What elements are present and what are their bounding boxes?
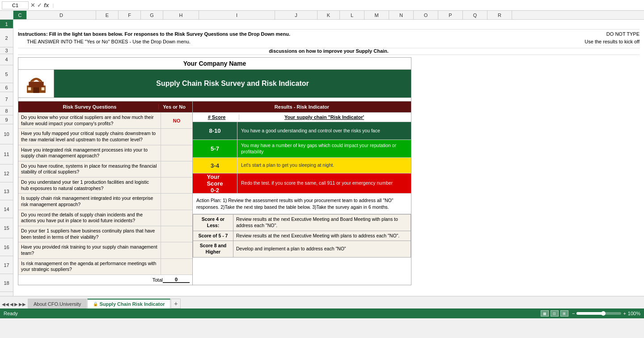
lt-answer-5[interactable] — [161, 177, 192, 193]
lt-answer-2[interactable] — [161, 129, 192, 144]
col-header-n[interactable]: N — [389, 11, 414, 19]
name-box[interactable] — [2, 1, 29, 9]
col-header-m[interactable]: M — [364, 11, 389, 19]
lt-question-8: Do your tier 1 suppliers have business c… — [18, 226, 161, 242]
zoom-out-icon[interactable]: − — [572, 311, 575, 316]
lt-answer-7[interactable] — [161, 210, 192, 226]
row-num-18[interactable]: 18 — [0, 274, 13, 292]
row-num-15[interactable]: 15 — [0, 218, 13, 238]
action-score-1: Score 4 or Less: — [193, 215, 233, 231]
row-num-14[interactable]: 14 — [0, 200, 13, 218]
nav-first[interactable]: ◀◀ — [2, 302, 9, 307]
row-num-19[interactable]: 19 — [0, 292, 13, 296]
rt-score-row-2: 5-7 You may have a number of key gaps wh… — [193, 140, 411, 158]
col-header-d[interactable]: D — [27, 11, 96, 19]
lt-row-4: Do you have routine, systems in place fo… — [18, 161, 192, 177]
lt-question-9: Have you provided risk training to your … — [18, 242, 161, 258]
row-num-2[interactable]: 2 — [0, 29, 13, 47]
lt-question-5: Do you understand your tier 1 production… — [18, 177, 161, 193]
right-table: Results - Risk Indicator # Score Your su… — [193, 101, 411, 285]
row-header-spacer — [0, 11, 13, 19]
instructions-right: DO NOT TYPE Use the results to kick off — [541, 30, 640, 47]
col-header-i[interactable]: I — [199, 11, 275, 19]
lt-question-7: Do you record the details of supply chai… — [18, 210, 161, 226]
lt-answer-9[interactable] — [161, 242, 192, 258]
tab-supply-chain-label: Supply Chain Risk Indicator — [99, 301, 165, 307]
row-num-16[interactable]: 16 — [0, 238, 13, 256]
company-name-row: Your Company Name — [18, 58, 411, 70]
nav-last[interactable]: ▶▶ — [19, 302, 26, 307]
col-header-o[interactable]: O — [414, 11, 438, 19]
col-header-r[interactable]: R — [487, 11, 512, 19]
col-header-p[interactable]: P — [438, 11, 463, 19]
lt-answer-4[interactable] — [161, 161, 192, 177]
page-break-icon[interactable]: ⊞ — [560, 310, 568, 317]
cancel-icon[interactable]: ✕ — [30, 2, 35, 8]
formula-input[interactable] — [57, 3, 642, 8]
lt-answer-10[interactable] — [161, 259, 192, 275]
col-header-l[interactable]: L — [340, 11, 364, 19]
col-header-f[interactable]: F — [119, 11, 141, 19]
row-num-17[interactable]: 17 — [0, 256, 13, 274]
rt-range-4: YourScore 0-2 — [193, 173, 237, 193]
row-num-5[interactable]: 5 — [0, 65, 13, 83]
survey-title: Supply Chain Risk Survey and Risk Indica… — [156, 80, 309, 88]
row-num-9[interactable]: 9 — [0, 115, 13, 124]
lt-answer-6[interactable] — [161, 194, 192, 209]
col-header-j[interactable]: J — [275, 11, 318, 19]
rt-score-row-3: 3-4 Let's start a plan to get you sleepi… — [193, 158, 411, 173]
col-header-q[interactable]: Q — [463, 11, 487, 19]
action-plan-row: Action Plan: 1) Review the assessment re… — [193, 194, 411, 214]
lt-answer-8[interactable] — [161, 226, 192, 242]
col-header-h[interactable]: H — [163, 11, 199, 19]
view-icons: ▦ ⊡ ⊞ — [541, 310, 568, 317]
lt-answer-1[interactable]: NO — [161, 113, 192, 128]
lt-row-9: Have you provided risk training to your … — [18, 242, 192, 258]
nav-next[interactable]: ▶ — [14, 302, 18, 307]
col-header-e[interactable]: E — [96, 11, 119, 19]
page-layout-icon[interactable]: ⊡ — [551, 310, 559, 317]
tab-about[interactable]: About CFO.University — [28, 299, 87, 308]
row-3: discussions on how to improve your Suppl… — [18, 48, 640, 55]
col-header-c[interactable]: C — [13, 11, 27, 19]
tab-supply-chain[interactable]: 🔒 Supply Chain Risk Indicator — [87, 299, 170, 308]
lt-row-6: Is supply chain risk management integrat… — [18, 194, 192, 210]
nav-prev[interactable]: ◀ — [10, 302, 13, 307]
rt-range-3: 3-4 — [193, 158, 237, 173]
row-num-12[interactable]: 12 — [0, 165, 13, 182]
row-num-1[interactable]: 1 — [0, 20, 13, 29]
lt-question-10: Is risk management on the agenda at perf… — [18, 259, 161, 275]
tab-lock-icon: 🔒 — [93, 302, 98, 306]
lt-question-2: Have you fully mapped your critical supp… — [18, 129, 161, 144]
row-num-11[interactable]: 11 — [0, 144, 13, 165]
add-sheet-button[interactable]: + — [171, 299, 181, 308]
action-row-2: Score of 5 - 7 Review results at the nex… — [193, 231, 411, 241]
row-num-13[interactable]: 13 — [0, 182, 13, 200]
sheet-nav-arrows: ◀◀ ◀ ▶ ▶▶ — [2, 302, 26, 308]
lt-answer-3[interactable] — [161, 145, 192, 161]
row-num-4[interactable]: 4 — [0, 54, 13, 65]
tabs-bar: ◀◀ ◀ ▶ ▶▶ About CFO.University 🔒 Supply … — [0, 296, 644, 308]
header-row: Supply Chain Risk Survey and Risk Indica… — [18, 70, 411, 98]
zoom-in-icon[interactable]: + — [623, 311, 626, 316]
col-header-k[interactable]: K — [318, 11, 340, 19]
row-numbers: 1 2 3 4 5 6 7 8 9 10 11 12 13 14 15 16 1… — [0, 20, 13, 296]
zoom-control: − + 100% — [572, 311, 640, 316]
sheet-content: Instructions: Fill in the light tan boxe… — [13, 20, 644, 296]
normal-view-icon[interactable]: ▦ — [541, 310, 549, 317]
row-num-7[interactable]: 7 — [0, 92, 13, 106]
confirm-icon[interactable]: ✓ — [37, 2, 42, 8]
rt-your-score-label: YourScore — [207, 173, 223, 187]
status-bar: Ready ▦ ⊡ ⊞ − + 100% — [0, 308, 644, 318]
action-row-1: Score 4 or Less: Review results at the n… — [193, 215, 411, 231]
zoom-slider[interactable] — [576, 312, 621, 315]
rt-range-4-range: 0-2 — [211, 187, 219, 194]
row-num-8[interactable]: 8 — [0, 106, 13, 115]
row-num-3[interactable]: 3 — [0, 47, 13, 54]
rt-desc-1: You have a good understanding and contro… — [237, 122, 411, 139]
row-num-6[interactable]: 6 — [0, 83, 13, 92]
row-num-10[interactable]: 10 — [0, 124, 13, 144]
col-header-g[interactable]: G — [141, 11, 163, 19]
action-score-2: Score of 5 - 7 — [193, 231, 233, 241]
function-icon[interactable]: fx — [44, 2, 49, 8]
